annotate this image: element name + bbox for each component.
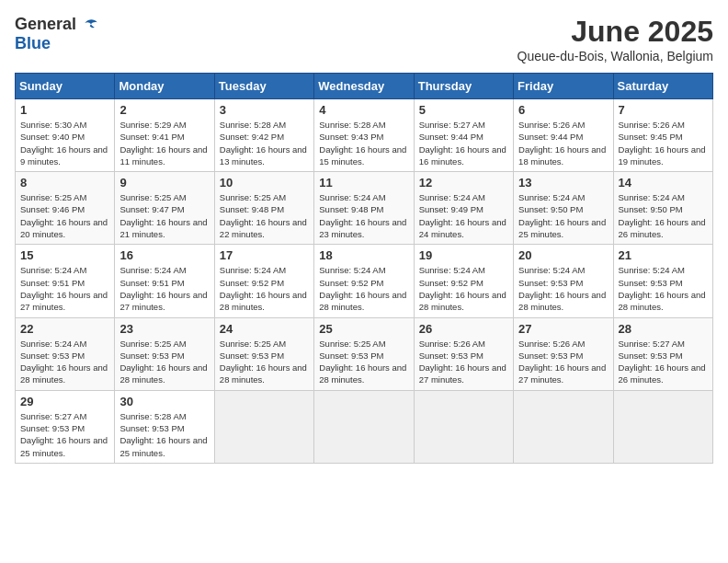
day-info: Sunrise: 5:25 AMSunset: 9:53 PMDaylight:… <box>119 338 209 386</box>
day-number: 8 <box>20 176 109 190</box>
calendar-cell: 13Sunrise: 5:24 AMSunset: 9:50 PMDayligh… <box>514 172 613 245</box>
calendar-week-row: 1Sunrise: 5:30 AMSunset: 9:40 PMDaylight… <box>16 99 713 172</box>
calendar-cell: 9Sunrise: 5:25 AMSunset: 9:47 PMDaylight… <box>115 172 214 245</box>
calendar-cell <box>214 390 313 463</box>
page-header: General Blue June 2025 Queue-du-Bois, Wa… <box>15 15 713 63</box>
day-number: 23 <box>119 322 209 336</box>
day-number: 7 <box>619 103 708 117</box>
day-number: 14 <box>619 176 708 190</box>
day-number: 9 <box>119 176 209 190</box>
calendar-cell <box>314 390 414 463</box>
calendar-cell: 11Sunrise: 5:24 AMSunset: 9:48 PMDayligh… <box>314 172 414 245</box>
day-info: Sunrise: 5:24 AMSunset: 9:50 PMDaylight:… <box>619 191 708 240</box>
logo-blue: Blue <box>15 34 51 53</box>
day-info: Sunrise: 5:25 AMSunset: 9:53 PMDaylight:… <box>319 338 408 386</box>
calendar-table: SundayMondayTuesdayWednesdayThursdayFrid… <box>15 73 713 464</box>
calendar-cell: 17Sunrise: 5:24 AMSunset: 9:52 PMDayligh… <box>214 245 313 317</box>
day-number: 30 <box>119 395 209 408</box>
calendar-cell: 24Sunrise: 5:25 AMSunset: 9:53 PMDayligh… <box>214 317 313 390</box>
day-info: Sunrise: 5:26 AMSunset: 9:53 PMDaylight:… <box>518 338 608 386</box>
day-number: 11 <box>319 176 408 190</box>
day-header-saturday: Saturday <box>613 74 712 99</box>
day-info: Sunrise: 5:25 AMSunset: 9:47 PMDaylight:… <box>119 191 209 240</box>
calendar-cell: 16Sunrise: 5:24 AMSunset: 9:51 PMDayligh… <box>115 245 214 317</box>
logo-general: General <box>15 15 76 34</box>
day-header-wednesday: Wednesday <box>314 74 414 99</box>
calendar-cell: 25Sunrise: 5:25 AMSunset: 9:53 PMDayligh… <box>314 317 414 390</box>
day-number: 16 <box>119 248 209 262</box>
day-info: Sunrise: 5:25 AMSunset: 9:46 PMDaylight:… <box>20 191 109 240</box>
day-number: 26 <box>419 322 508 336</box>
day-number: 3 <box>220 103 309 117</box>
day-info: Sunrise: 5:24 AMSunset: 9:51 PMDaylight:… <box>119 264 209 313</box>
calendar-cell: 27Sunrise: 5:26 AMSunset: 9:53 PMDayligh… <box>514 317 613 390</box>
day-info: Sunrise: 5:30 AMSunset: 9:40 PMDaylight:… <box>20 119 109 167</box>
day-info: Sunrise: 5:25 AMSunset: 9:48 PMDaylight:… <box>220 191 309 240</box>
day-info: Sunrise: 5:25 AMSunset: 9:53 PMDaylight:… <box>220 338 309 386</box>
day-info: Sunrise: 5:28 AMSunset: 9:43 PMDaylight:… <box>319 119 408 167</box>
calendar-subtitle: Queue-du-Bois, Wallonia, Belgium <box>518 49 713 63</box>
day-header-monday: Monday <box>115 74 214 99</box>
calendar-cell: 23Sunrise: 5:25 AMSunset: 9:53 PMDayligh… <box>115 317 214 390</box>
day-info: Sunrise: 5:24 AMSunset: 9:52 PMDaylight:… <box>220 264 309 313</box>
day-number: 24 <box>220 322 309 336</box>
calendar-cell: 26Sunrise: 5:26 AMSunset: 9:53 PMDayligh… <box>414 317 513 390</box>
day-number: 2 <box>119 103 209 117</box>
day-header-thursday: Thursday <box>414 74 513 99</box>
calendar-cell: 2Sunrise: 5:29 AMSunset: 9:41 PMDaylight… <box>115 99 214 172</box>
calendar-week-row: 8Sunrise: 5:25 AMSunset: 9:46 PMDaylight… <box>16 172 713 245</box>
calendar-cell: 4Sunrise: 5:28 AMSunset: 9:43 PMDaylight… <box>314 99 414 172</box>
calendar-cell: 20Sunrise: 5:24 AMSunset: 9:53 PMDayligh… <box>514 245 613 317</box>
day-header-friday: Friday <box>514 74 613 99</box>
calendar-cell: 28Sunrise: 5:27 AMSunset: 9:53 PMDayligh… <box>613 317 712 390</box>
calendar-cell: 5Sunrise: 5:27 AMSunset: 9:44 PMDaylight… <box>414 99 513 172</box>
day-header-sunday: Sunday <box>16 74 115 99</box>
day-info: Sunrise: 5:24 AMSunset: 9:49 PMDaylight:… <box>419 191 508 240</box>
day-number: 4 <box>319 103 408 117</box>
day-number: 13 <box>518 176 608 190</box>
day-number: 6 <box>518 103 608 117</box>
calendar-cell: 14Sunrise: 5:24 AMSunset: 9:50 PMDayligh… <box>613 172 712 245</box>
calendar-cell <box>613 390 712 463</box>
day-info: Sunrise: 5:24 AMSunset: 9:53 PMDaylight:… <box>619 264 708 313</box>
day-info: Sunrise: 5:24 AMSunset: 9:50 PMDaylight:… <box>518 191 608 240</box>
calendar-header-row: SundayMondayTuesdayWednesdayThursdayFrid… <box>16 74 713 99</box>
logo-bird-icon <box>80 16 98 34</box>
day-header-tuesday: Tuesday <box>214 74 313 99</box>
calendar-cell: 18Sunrise: 5:24 AMSunset: 9:52 PMDayligh… <box>314 245 414 317</box>
calendar-cell <box>514 390 613 463</box>
day-number: 5 <box>419 103 508 117</box>
calendar-cell: 19Sunrise: 5:24 AMSunset: 9:52 PMDayligh… <box>414 245 513 317</box>
day-number: 19 <box>419 248 508 262</box>
day-info: Sunrise: 5:24 AMSunset: 9:48 PMDaylight:… <box>319 191 408 240</box>
logo: General Blue <box>15 15 98 53</box>
day-info: Sunrise: 5:24 AMSunset: 9:53 PMDaylight:… <box>20 338 109 386</box>
calendar-week-row: 22Sunrise: 5:24 AMSunset: 9:53 PMDayligh… <box>16 317 713 390</box>
calendar-week-row: 29Sunrise: 5:27 AMSunset: 9:53 PMDayligh… <box>16 390 713 463</box>
day-number: 12 <box>419 176 508 190</box>
day-number: 25 <box>319 322 408 336</box>
day-number: 20 <box>518 248 608 262</box>
day-number: 22 <box>20 322 109 336</box>
day-info: Sunrise: 5:26 AMSunset: 9:45 PMDaylight:… <box>619 119 708 167</box>
day-info: Sunrise: 5:28 AMSunset: 9:53 PMDaylight:… <box>119 410 209 459</box>
day-info: Sunrise: 5:24 AMSunset: 9:53 PMDaylight:… <box>518 264 608 313</box>
day-info: Sunrise: 5:29 AMSunset: 9:41 PMDaylight:… <box>119 119 209 167</box>
calendar-cell: 7Sunrise: 5:26 AMSunset: 9:45 PMDaylight… <box>613 99 712 172</box>
calendar-cell: 1Sunrise: 5:30 AMSunset: 9:40 PMDaylight… <box>16 99 115 172</box>
day-number: 27 <box>518 322 608 336</box>
day-number: 17 <box>220 248 309 262</box>
day-info: Sunrise: 5:24 AMSunset: 9:52 PMDaylight:… <box>319 264 408 313</box>
calendar-cell: 22Sunrise: 5:24 AMSunset: 9:53 PMDayligh… <box>16 317 115 390</box>
calendar-week-row: 15Sunrise: 5:24 AMSunset: 9:51 PMDayligh… <box>16 245 713 317</box>
calendar-cell: 3Sunrise: 5:28 AMSunset: 9:42 PMDaylight… <box>214 99 313 172</box>
day-info: Sunrise: 5:26 AMSunset: 9:44 PMDaylight:… <box>518 119 608 167</box>
day-number: 15 <box>20 248 109 262</box>
day-number: 1 <box>20 103 109 117</box>
day-number: 21 <box>619 248 708 262</box>
day-number: 18 <box>319 248 408 262</box>
day-number: 10 <box>220 176 309 190</box>
title-block: June 2025 Queue-du-Bois, Wallonia, Belgi… <box>518 15 713 63</box>
calendar-cell: 15Sunrise: 5:24 AMSunset: 9:51 PMDayligh… <box>16 245 115 317</box>
day-number: 28 <box>619 322 708 336</box>
